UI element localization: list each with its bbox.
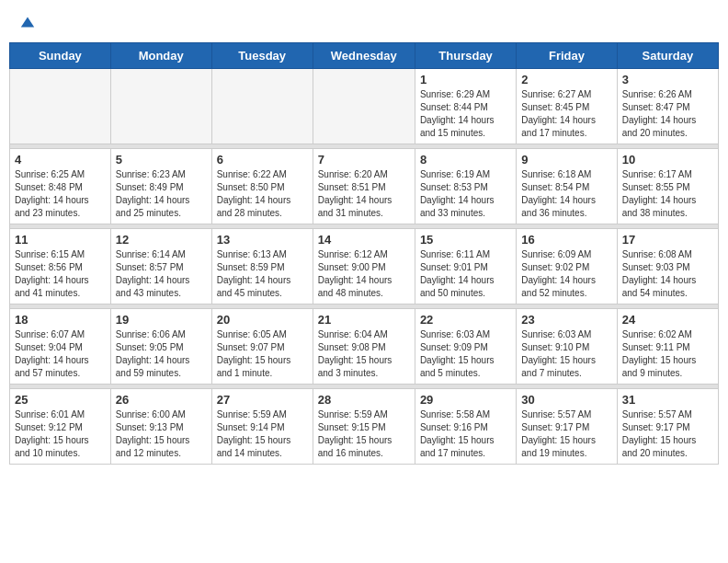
- calendar-day-cell: 31Sunrise: 5:57 AM Sunset: 9:17 PM Dayli…: [617, 389, 718, 465]
- calendar-day-cell: 5Sunrise: 6:23 AM Sunset: 8:49 PM Daylig…: [110, 149, 211, 224]
- day-number: 16: [521, 233, 611, 247]
- svg-marker-0: [21, 17, 34, 28]
- day-info: Sunrise: 6:06 AM Sunset: 9:05 PM Dayligh…: [116, 328, 207, 380]
- calendar-day-cell: 4Sunrise: 6:25 AM Sunset: 8:48 PM Daylig…: [10, 149, 111, 224]
- day-number: 10: [622, 153, 713, 167]
- calendar-week-row: 25Sunrise: 6:01 AM Sunset: 9:12 PM Dayli…: [10, 389, 719, 465]
- day-number: 19: [116, 313, 207, 327]
- day-number: 30: [521, 393, 611, 407]
- day-number: 11: [15, 233, 106, 247]
- calendar-week-row: 4Sunrise: 6:25 AM Sunset: 8:48 PM Daylig…: [10, 149, 719, 224]
- day-number: 18: [15, 313, 106, 327]
- day-number: 21: [318, 313, 410, 327]
- calendar-day-cell: 11Sunrise: 6:15 AM Sunset: 8:56 PM Dayli…: [10, 229, 111, 304]
- calendar-day-cell: 8Sunrise: 6:19 AM Sunset: 8:53 PM Daylig…: [415, 149, 516, 224]
- day-info: Sunrise: 5:57 AM Sunset: 9:17 PM Dayligh…: [521, 408, 611, 460]
- weekday-header-monday: Monday: [110, 43, 211, 69]
- calendar-day-cell: [110, 69, 211, 144]
- day-number: 25: [15, 393, 106, 407]
- calendar-day-cell: 15Sunrise: 6:11 AM Sunset: 9:01 PM Dayli…: [415, 229, 516, 304]
- day-info: Sunrise: 6:08 AM Sunset: 9:03 PM Dayligh…: [622, 248, 713, 300]
- calendar-day-cell: [10, 69, 111, 144]
- calendar-day-cell: 20Sunrise: 6:05 AM Sunset: 9:07 PM Dayli…: [211, 309, 313, 385]
- logo-icon: [19, 14, 36, 30]
- day-number: 9: [521, 153, 611, 167]
- calendar-week-row: 11Sunrise: 6:15 AM Sunset: 8:56 PM Dayli…: [10, 229, 719, 304]
- calendar-day-cell: 21Sunrise: 6:04 AM Sunset: 9:08 PM Dayli…: [313, 309, 415, 385]
- day-info: Sunrise: 6:20 AM Sunset: 8:51 PM Dayligh…: [318, 168, 410, 220]
- day-info: Sunrise: 6:29 AM Sunset: 8:44 PM Dayligh…: [420, 88, 511, 140]
- day-number: 12: [116, 233, 207, 247]
- calendar-day-cell: [313, 69, 415, 144]
- day-number: 31: [622, 393, 713, 407]
- calendar-day-cell: 3Sunrise: 6:26 AM Sunset: 8:47 PM Daylig…: [617, 69, 718, 144]
- day-number: 1: [420, 73, 511, 86]
- day-number: 4: [15, 153, 106, 167]
- day-number: 22: [420, 313, 511, 327]
- day-info: Sunrise: 6:03 AM Sunset: 9:09 PM Dayligh…: [420, 328, 511, 380]
- day-info: Sunrise: 6:09 AM Sunset: 9:02 PM Dayligh…: [521, 248, 611, 300]
- day-info: Sunrise: 6:07 AM Sunset: 9:04 PM Dayligh…: [15, 328, 106, 380]
- weekday-header-friday: Friday: [517, 43, 617, 69]
- day-number: 26: [116, 393, 207, 407]
- calendar-day-cell: 6Sunrise: 6:22 AM Sunset: 8:50 PM Daylig…: [211, 149, 313, 224]
- day-number: 7: [318, 153, 410, 167]
- calendar-week-row: 18Sunrise: 6:07 AM Sunset: 9:04 PM Dayli…: [10, 309, 719, 385]
- day-number: 24: [622, 313, 713, 327]
- day-info: Sunrise: 6:23 AM Sunset: 8:49 PM Dayligh…: [116, 168, 207, 220]
- day-number: 29: [420, 393, 511, 407]
- day-info: Sunrise: 6:03 AM Sunset: 9:10 PM Dayligh…: [521, 328, 611, 380]
- logo: [18, 14, 36, 30]
- weekday-header-saturday: Saturday: [617, 43, 718, 69]
- calendar-day-cell: 14Sunrise: 6:12 AM Sunset: 9:00 PM Dayli…: [313, 229, 415, 304]
- calendar-day-cell: 17Sunrise: 6:08 AM Sunset: 9:03 PM Dayli…: [617, 229, 718, 304]
- day-info: Sunrise: 6:25 AM Sunset: 8:48 PM Dayligh…: [15, 168, 106, 220]
- day-info: Sunrise: 6:04 AM Sunset: 9:08 PM Dayligh…: [318, 328, 410, 380]
- calendar-day-cell: 29Sunrise: 5:58 AM Sunset: 9:16 PM Dayli…: [415, 389, 516, 465]
- weekday-header-tuesday: Tuesday: [211, 43, 313, 69]
- day-number: 27: [217, 393, 308, 407]
- weekday-header-wednesday: Wednesday: [313, 43, 415, 69]
- day-info: Sunrise: 5:59 AM Sunset: 9:15 PM Dayligh…: [318, 408, 410, 460]
- calendar-day-cell: [211, 69, 313, 144]
- day-number: 2: [521, 73, 611, 86]
- calendar-day-cell: 12Sunrise: 6:14 AM Sunset: 8:57 PM Dayli…: [110, 229, 211, 304]
- calendar-day-cell: 1Sunrise: 6:29 AM Sunset: 8:44 PM Daylig…: [415, 69, 516, 144]
- day-info: Sunrise: 6:17 AM Sunset: 8:55 PM Dayligh…: [622, 168, 713, 220]
- day-info: Sunrise: 6:26 AM Sunset: 8:47 PM Dayligh…: [622, 88, 713, 140]
- day-number: 3: [622, 73, 713, 86]
- day-number: 13: [217, 233, 308, 247]
- weekday-header-thursday: Thursday: [415, 43, 516, 69]
- day-info: Sunrise: 6:05 AM Sunset: 9:07 PM Dayligh…: [217, 328, 308, 380]
- day-number: 20: [217, 313, 308, 327]
- day-info: Sunrise: 6:02 AM Sunset: 9:11 PM Dayligh…: [622, 328, 713, 380]
- calendar-day-cell: 16Sunrise: 6:09 AM Sunset: 9:02 PM Dayli…: [517, 229, 617, 304]
- calendar-week-row: 1Sunrise: 6:29 AM Sunset: 8:44 PM Daylig…: [10, 69, 719, 144]
- calendar-day-cell: 22Sunrise: 6:03 AM Sunset: 9:09 PM Dayli…: [415, 309, 516, 385]
- day-info: Sunrise: 5:59 AM Sunset: 9:14 PM Dayligh…: [217, 408, 308, 460]
- calendar-day-cell: 9Sunrise: 6:18 AM Sunset: 8:54 PM Daylig…: [517, 149, 617, 224]
- day-info: Sunrise: 6:27 AM Sunset: 8:45 PM Dayligh…: [521, 88, 611, 140]
- weekday-header-sunday: Sunday: [10, 43, 111, 69]
- calendar-day-cell: 27Sunrise: 5:59 AM Sunset: 9:14 PM Dayli…: [211, 389, 313, 465]
- calendar-day-cell: 18Sunrise: 6:07 AM Sunset: 9:04 PM Dayli…: [10, 309, 111, 385]
- calendar-day-cell: 26Sunrise: 6:00 AM Sunset: 9:13 PM Dayli…: [110, 389, 211, 465]
- day-number: 28: [318, 393, 410, 407]
- calendar-day-cell: 23Sunrise: 6:03 AM Sunset: 9:10 PM Dayli…: [517, 309, 617, 385]
- calendar-day-cell: 19Sunrise: 6:06 AM Sunset: 9:05 PM Dayli…: [110, 309, 211, 385]
- day-info: Sunrise: 6:00 AM Sunset: 9:13 PM Dayligh…: [116, 408, 207, 460]
- day-number: 5: [116, 153, 207, 167]
- day-info: Sunrise: 6:13 AM Sunset: 8:59 PM Dayligh…: [217, 248, 308, 300]
- calendar-table: SundayMondayTuesdayWednesdayThursdayFrid…: [9, 42, 719, 465]
- day-number: 6: [217, 153, 308, 167]
- day-info: Sunrise: 6:12 AM Sunset: 9:00 PM Dayligh…: [318, 248, 410, 300]
- day-info: Sunrise: 5:58 AM Sunset: 9:16 PM Dayligh…: [420, 408, 511, 460]
- day-info: Sunrise: 6:18 AM Sunset: 8:54 PM Dayligh…: [521, 168, 611, 220]
- day-info: Sunrise: 5:57 AM Sunset: 9:17 PM Dayligh…: [622, 408, 713, 460]
- calendar-day-cell: 2Sunrise: 6:27 AM Sunset: 8:45 PM Daylig…: [517, 69, 617, 144]
- day-number: 23: [521, 313, 611, 327]
- calendar-day-cell: 13Sunrise: 6:13 AM Sunset: 8:59 PM Dayli…: [211, 229, 313, 304]
- calendar-day-cell: 24Sunrise: 6:02 AM Sunset: 9:11 PM Dayli…: [617, 309, 718, 385]
- day-number: 15: [420, 233, 511, 247]
- calendar-day-cell: 28Sunrise: 5:59 AM Sunset: 9:15 PM Dayli…: [313, 389, 415, 465]
